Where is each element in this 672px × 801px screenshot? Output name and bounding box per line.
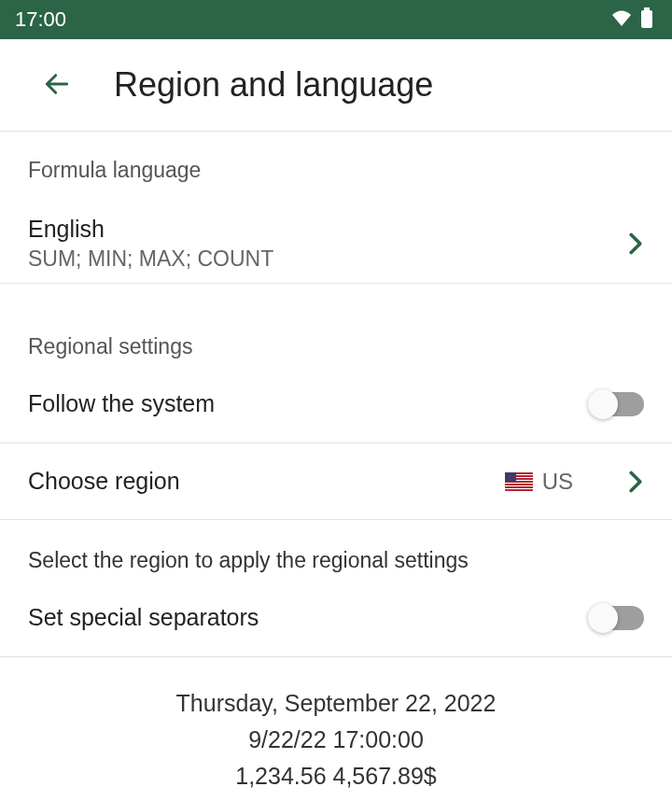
set-separators-label: Set special separators [28, 604, 592, 631]
section-formula-language: Formula language [0, 132, 672, 202]
formula-language-value: English [28, 216, 612, 243]
region-code: US [542, 469, 573, 495]
example-numbers: 1,234.56 4,567.89$ [28, 758, 644, 794]
format-example: Thursday, September 22, 2022 9/22/22 17:… [0, 657, 672, 794]
chevron-right-icon [627, 232, 644, 255]
content: Formula language English SUM; MIN; MAX; … [0, 132, 672, 794]
section-regional-settings: Regional settings [0, 317, 672, 378]
page-title: Region and language [114, 65, 433, 105]
example-date-long: Thursday, September 22, 2022 [28, 685, 644, 722]
app-bar: Region and language [0, 39, 672, 132]
follow-system-toggle[interactable] [592, 392, 644, 416]
back-arrow-icon[interactable] [42, 69, 72, 99]
set-separators-row[interactable]: Set special separators [0, 592, 672, 657]
formula-language-functions: SUM; MIN; MAX; COUNT [28, 246, 612, 272]
example-datetime: 9/22/22 17:00:00 [28, 722, 644, 758]
chevron-right-icon [627, 471, 644, 493]
status-icons [610, 7, 653, 32]
battery-icon [640, 7, 653, 32]
choose-region-label: Choose region [28, 468, 505, 495]
svg-rect-0 [644, 7, 650, 10]
wifi-icon [610, 8, 633, 31]
svg-rect-1 [641, 10, 652, 28]
follow-system-row[interactable]: Follow the system [0, 378, 672, 443]
follow-system-label: Follow the system [28, 390, 592, 417]
region-value: US [505, 469, 573, 495]
choose-region-row[interactable]: Choose region US [0, 443, 672, 520]
status-time: 17:00 [15, 7, 66, 32]
formula-language-row[interactable]: English SUM; MIN; MAX; COUNT [0, 202, 672, 284]
flag-us-icon [505, 472, 533, 491]
set-separators-toggle[interactable] [592, 606, 644, 630]
region-note: Select the region to apply the regional … [0, 520, 672, 592]
status-bar: 17:00 [0, 0, 672, 39]
